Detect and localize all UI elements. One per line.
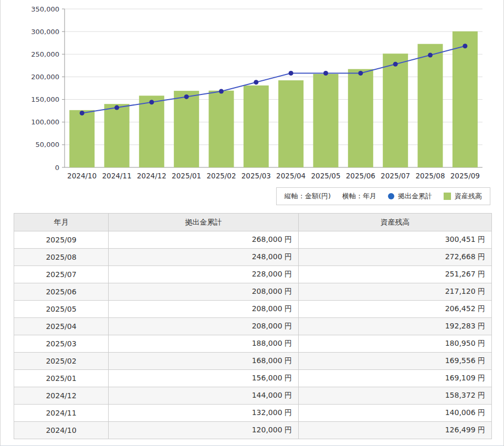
cell-month: 2025/05 <box>14 301 109 318</box>
cell-contribution: 248,000 円 <box>109 249 299 266</box>
table-row: 2025/07228,000 円251,267 円 <box>14 266 492 283</box>
cell-balance: 300,451 円 <box>299 231 492 249</box>
cell-balance: 272,668 円 <box>299 249 492 266</box>
bar-series-square-icon <box>444 193 451 200</box>
cell-month: 2025/08 <box>14 249 109 266</box>
cell-contribution: 144,000 円 <box>109 387 299 405</box>
x-tick-label: 2024/10 <box>67 172 97 180</box>
cell-contribution: 228,000 円 <box>109 266 299 283</box>
legend-item-contribution: 拠出金累計 <box>388 192 432 201</box>
contribution-point <box>358 71 363 76</box>
vertical-axis-label: 縦軸：金額(円) <box>285 192 331 201</box>
contribution-point <box>80 111 85 115</box>
cell-month: 2025/01 <box>14 370 109 387</box>
contribution-point <box>219 89 224 94</box>
cell-month: 2025/02 <box>14 353 109 370</box>
y-tick-label: 0 <box>55 164 59 172</box>
cell-contribution: 208,000 円 <box>109 283 299 301</box>
balance-bar <box>348 69 373 167</box>
balance-bar <box>244 86 269 167</box>
asset-table-wrap: 年月 拠出金累計 資産残高 2025/09268,000 円300,451 円2… <box>14 213 490 439</box>
balance-bar <box>69 110 94 167</box>
contribution-point <box>289 71 293 76</box>
balance-bar <box>174 91 199 167</box>
cell-month: 2024/10 <box>14 422 109 439</box>
contribution-point <box>428 53 433 58</box>
y-tick-label: 250,000 <box>31 50 59 58</box>
table-row: 2025/01156,000 円169,109 円 <box>14 370 492 387</box>
table-row: 2025/06208,000 円217,120 円 <box>14 283 492 301</box>
cell-balance: 206,452 円 <box>299 301 492 318</box>
balance-bar <box>313 74 339 167</box>
line-series-dot-icon <box>388 193 394 199</box>
x-tick-label: 2025/03 <box>242 172 271 180</box>
y-tick-label: 50,000 <box>36 141 60 148</box>
cell-balance: 126,499 円 <box>299 422 492 439</box>
header-month: 年月 <box>14 214 109 231</box>
contribution-point <box>393 62 398 67</box>
table-row: 2025/08248,000 円272,668 円 <box>14 249 492 266</box>
cell-contribution: 120,000 円 <box>109 422 299 439</box>
balance-bar <box>453 31 478 167</box>
table-row: 2025/04208,000 円192,283 円 <box>14 318 492 335</box>
cell-balance: 217,120 円 <box>299 283 492 301</box>
cell-contribution: 168,000 円 <box>109 353 299 370</box>
y-tick-label: 100,000 <box>31 118 59 126</box>
table-row: 2024/10120,000 円126,499 円 <box>14 422 492 439</box>
cell-balance: 251,267 円 <box>299 266 492 283</box>
chart-legend: 縦軸：金額(円) 横軸：年月 拠出金累計 資産残高 <box>276 187 490 205</box>
contribution-point <box>149 100 154 104</box>
balance-bar <box>139 95 164 167</box>
x-tick-label: 2025/04 <box>276 172 306 180</box>
contribution-point <box>114 105 119 110</box>
table-row: 2025/03188,000 円180,950 円 <box>14 335 492 353</box>
table-row: 2025/05208,000 円206,452 円 <box>14 301 492 318</box>
contribution-point <box>463 44 467 48</box>
x-tick-label: 2024/12 <box>137 172 166 180</box>
x-tick-label: 2025/07 <box>381 172 410 180</box>
horizontal-axis-label: 横軸：年月 <box>342 192 376 201</box>
balance-bar <box>418 44 443 167</box>
cell-contribution: 208,000 円 <box>109 318 299 335</box>
cell-month: 2025/03 <box>14 335 109 353</box>
y-tick-label: 200,000 <box>31 73 59 81</box>
asset-chart: 050,000100,000150,000200,000250,000300,0… <box>1 0 503 185</box>
balance-bar <box>383 54 408 167</box>
legend-row: 縦軸：金額(円) 横軸：年月 拠出金累計 資産残高 <box>1 187 490 205</box>
bar-series-label: 資産残高 <box>455 192 482 201</box>
x-tick-label: 2025/08 <box>415 172 445 180</box>
table-row: 2025/02168,000 円169,556 円 <box>14 353 492 370</box>
cell-balance: 140,006 円 <box>299 405 492 422</box>
table-header-row: 年月 拠出金累計 資産残高 <box>14 214 492 231</box>
cell-balance: 169,556 円 <box>299 353 492 370</box>
cell-contribution: 208,000 円 <box>109 301 299 318</box>
cell-month: 2025/04 <box>14 318 109 335</box>
cell-contribution: 132,000 円 <box>109 405 299 422</box>
x-tick-label: 2025/02 <box>206 172 236 180</box>
cell-balance: 158,372 円 <box>299 387 492 405</box>
table-row: 2025/09268,000 円300,451 円 <box>14 231 492 249</box>
y-tick-label: 300,000 <box>31 28 59 36</box>
horizontal-axis-note: 横軸：年月 <box>342 192 376 201</box>
line-series-label: 拠出金累計 <box>398 192 432 201</box>
report-panel: 050,000100,000150,000200,000250,000300,0… <box>0 0 504 446</box>
x-tick-label: 2025/06 <box>346 172 375 180</box>
y-tick-label: 150,000 <box>31 95 59 103</box>
cell-contribution: 268,000 円 <box>109 231 299 249</box>
header-balance: 資産残高 <box>299 214 492 231</box>
balance-bar <box>104 104 130 167</box>
asset-table: 年月 拠出金累計 資産残高 2025/09268,000 円300,451 円2… <box>14 213 492 439</box>
legend-item-balance: 資産残高 <box>444 192 482 201</box>
contribution-point <box>323 71 328 76</box>
table-row: 2024/12144,000 円158,372 円 <box>14 387 492 405</box>
contribution-point <box>254 80 258 84</box>
cell-balance: 192,283 円 <box>299 318 492 335</box>
cell-month: 2025/07 <box>14 266 109 283</box>
contribution-point <box>184 94 189 99</box>
balance-bar <box>209 91 234 167</box>
x-tick-label: 2025/01 <box>172 172 201 180</box>
cell-balance: 169,109 円 <box>299 370 492 387</box>
header-contribution: 拠出金累計 <box>109 214 299 231</box>
table-row: 2024/11132,000 円140,006 円 <box>14 405 492 422</box>
balance-bar <box>278 80 303 167</box>
